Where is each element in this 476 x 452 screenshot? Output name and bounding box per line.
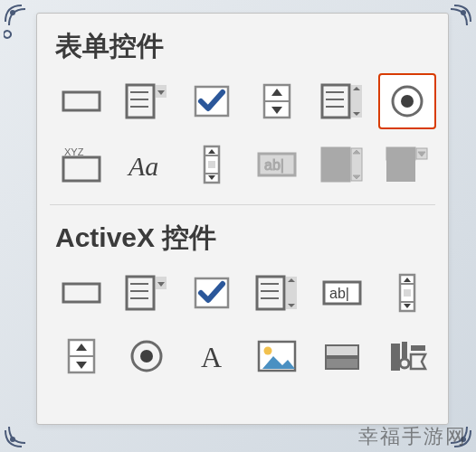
- svg-text:A: A: [201, 341, 222, 373]
- svg-rect-33: [208, 161, 215, 168]
- svg-rect-57: [257, 277, 284, 309]
- groupbox-icon[interactable]: XYZ: [53, 137, 109, 192]
- dropdown-icon[interactable]: [379, 137, 435, 192]
- form-controls-grid: XYZ Aa ab|: [50, 74, 435, 201]
- ax-listbox-icon[interactable]: [249, 266, 305, 320]
- svg-rect-4: [63, 92, 100, 110]
- watermark-text: 幸福手游网: [358, 423, 467, 450]
- textfield-icon[interactable]: ab|: [249, 137, 305, 192]
- svg-point-77: [140, 350, 153, 363]
- ax-spin-icon[interactable]: [53, 329, 109, 383]
- svg-rect-84: [391, 344, 400, 371]
- svg-point-80: [264, 347, 272, 355]
- svg-rect-83: [326, 358, 358, 369]
- svg-point-86: [400, 359, 409, 368]
- ax-checkbox-icon[interactable]: [184, 266, 240, 320]
- activex-controls-grid: ab| A: [50, 266, 435, 392]
- svg-rect-36: [322, 148, 349, 181]
- svg-rect-87: [411, 345, 425, 351]
- controls-popup: 表单控件 XYZ Aa ab|: [36, 13, 449, 425]
- ax-toggle-icon[interactable]: [314, 329, 370, 383]
- scrollbar-icon[interactable]: [184, 137, 240, 192]
- ax-more-icon[interactable]: [379, 329, 435, 383]
- svg-rect-5: [127, 85, 154, 118]
- ax-button-icon[interactable]: [53, 266, 109, 320]
- svg-rect-44: [387, 161, 414, 181]
- form-controls-header: 表单控件: [50, 23, 435, 74]
- ax-label-icon[interactable]: A: [184, 329, 240, 383]
- spin-icon[interactable]: [249, 74, 305, 128]
- listbox-icon[interactable]: [314, 74, 370, 128]
- svg-rect-25: [63, 157, 100, 181]
- svg-point-24: [401, 95, 414, 108]
- button-icon[interactable]: [53, 74, 109, 128]
- option-icon[interactable]: [379, 74, 435, 128]
- svg-point-1: [461, 10, 466, 15]
- formcombo-icon[interactable]: [314, 137, 370, 192]
- ax-image-icon[interactable]: [249, 329, 305, 383]
- checkbox-icon[interactable]: [184, 74, 240, 128]
- svg-rect-43: [387, 148, 414, 159]
- svg-text:Aa: Aa: [127, 151, 158, 181]
- svg-point-0: [10, 10, 15, 15]
- ax-option-icon[interactable]: [119, 329, 175, 383]
- label-icon[interactable]: Aa: [119, 137, 175, 192]
- svg-text:ab|: ab|: [329, 286, 349, 301]
- activex-controls-header: ActiveX 控件: [50, 214, 435, 266]
- svg-rect-50: [127, 277, 154, 309]
- svg-rect-49: [63, 284, 100, 302]
- svg-rect-16: [322, 85, 349, 118]
- svg-text:ab|: ab|: [264, 157, 284, 173]
- svg-point-2: [10, 437, 15, 442]
- ax-textbox-icon[interactable]: ab|: [314, 266, 370, 320]
- svg-rect-85: [402, 342, 407, 358]
- ax-combobox-icon[interactable]: [119, 266, 175, 320]
- combobox-icon[interactable]: [119, 74, 175, 128]
- svg-rect-71: [404, 289, 411, 297]
- ax-scrollbar-icon[interactable]: [379, 266, 435, 320]
- svg-text:XYZ: XYZ: [64, 146, 84, 157]
- svg-rect-82: [326, 345, 358, 356]
- section-divider: [50, 204, 435, 205]
